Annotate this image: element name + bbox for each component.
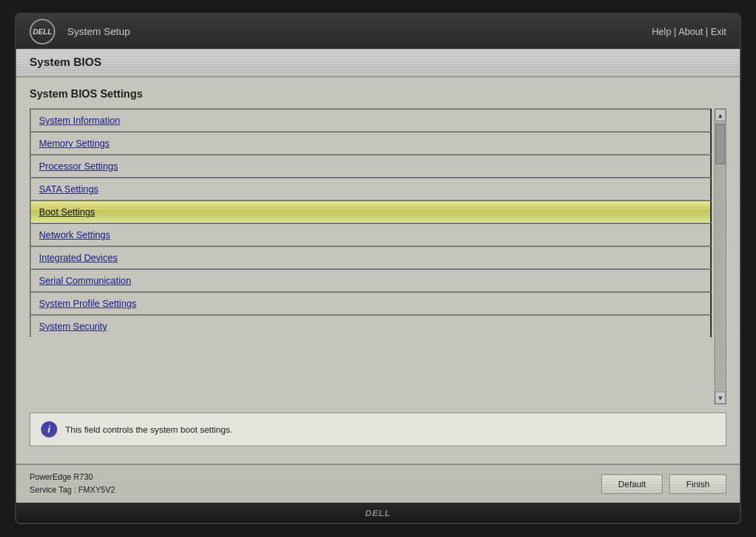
dell-bottom-logo: DELL: [365, 508, 391, 518]
service-tag-label: Service Tag : FMXY5V2: [30, 484, 115, 497]
info-box: i This field controls the system boot se…: [30, 413, 726, 446]
scroll-thumb[interactable]: [716, 124, 725, 164]
menu-item-system-security[interactable]: System Security: [30, 314, 712, 337]
header-nav: Help | About | Exit: [652, 26, 726, 37]
scroll-track[interactable]: [715, 121, 726, 392]
settings-list-wrapper: System InformationMemory SettingsProcess…: [30, 108, 726, 404]
settings-list[interactable]: System InformationMemory SettingsProcess…: [30, 108, 714, 404]
dell-logo: DELL: [30, 19, 55, 44]
bottom-bar: PowerEdge R730 Service Tag : FMXY5V2 Def…: [16, 464, 740, 503]
exit-link[interactable]: Exit: [711, 26, 726, 37]
finish-button[interactable]: Finish: [669, 474, 726, 494]
menu-item-network-settings[interactable]: Network Settings: [30, 223, 712, 246]
header-title: System Setup: [67, 26, 652, 37]
main-area: System BIOS System BIOS Settings System …: [16, 49, 740, 503]
menu-item-system-profile-settings[interactable]: System Profile Settings: [30, 291, 712, 314]
settings-title: System BIOS Settings: [30, 88, 726, 100]
bottom-buttons: Default Finish: [601, 474, 726, 494]
bios-title: System BIOS: [30, 56, 726, 69]
menu-item-integrated-devices[interactable]: Integrated Devices: [30, 246, 712, 268]
model-label: PowerEdge R730: [30, 471, 115, 484]
scrollbar[interactable]: ▲ ▼: [714, 108, 726, 404]
menu-item-memory-settings[interactable]: Memory Settings: [30, 131, 712, 154]
content-area: System BIOS Settings System InformationM…: [16, 77, 740, 464]
menu-item-system-information[interactable]: System Information: [30, 108, 712, 131]
default-button[interactable]: Default: [601, 474, 663, 494]
scroll-down-arrow[interactable]: ▼: [715, 392, 726, 404]
scroll-up-arrow[interactable]: ▲: [715, 109, 726, 121]
menu-item-boot-settings[interactable]: Boot Settings: [30, 200, 712, 223]
menu-item-processor-settings[interactable]: Processor Settings: [30, 154, 712, 177]
bios-title-bar: System BIOS: [16, 49, 740, 77]
menu-item-sata-settings[interactable]: SATA Settings: [30, 177, 712, 200]
menu-item-serial-communication[interactable]: Serial Communication: [30, 268, 712, 291]
info-icon: i: [41, 421, 57, 437]
monitor-bottom: DELL: [16, 503, 740, 523]
monitor-screen: System BIOS System BIOS Settings System …: [16, 49, 740, 503]
nav-sep1: |: [671, 26, 679, 37]
header-bar: DELL System Setup Help | About | Exit: [16, 14, 740, 49]
system-info: PowerEdge R730 Service Tag : FMXY5V2: [30, 471, 115, 497]
nav-sep2: |: [703, 26, 710, 37]
info-text: This field controls the system boot sett…: [65, 425, 233, 435]
help-link[interactable]: Help: [652, 26, 671, 37]
about-link[interactable]: About: [679, 26, 704, 37]
